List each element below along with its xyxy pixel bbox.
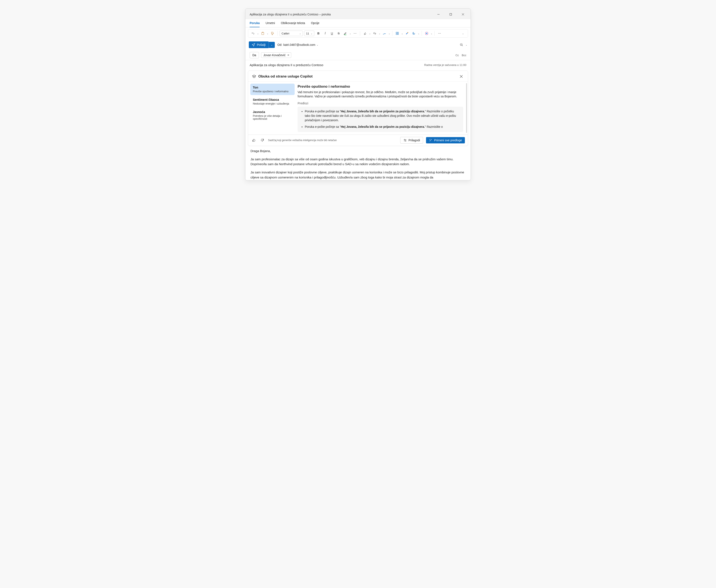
font-size-select[interactable]: 11⌄ bbox=[304, 30, 314, 36]
bcc-button[interactable]: Bcc bbox=[462, 54, 466, 57]
more-format-button[interactable]: ⋯ bbox=[352, 30, 358, 36]
copilot-sidebar: Ton Previše opušteno i neformalno Sentim… bbox=[248, 82, 297, 134]
ribbon-tabs: Poruka Umetni Oblikovanje teksta Opcije bbox=[246, 19, 470, 27]
from-selector[interactable]: Od: katri.0487@outlook.com ⌄ bbox=[277, 43, 318, 46]
svg-rect-1 bbox=[450, 14, 452, 16]
copilot-coaching-card: Obuka od strane usluge Copilot Ton Previ… bbox=[248, 70, 468, 146]
attach-chevron[interactable]: ⌄ bbox=[369, 32, 371, 35]
apply-all-button[interactable]: Primeni sve predloge bbox=[426, 137, 465, 143]
sidebar-item-sentiment[interactable]: Sentiment čitaoca Nedostaje energije i u… bbox=[250, 96, 295, 107]
recipient-chip[interactable]: Jovan Kovačević ✕ bbox=[261, 52, 291, 58]
copilot-detail-body: Vaš trenutni ton je profesionalan i poka… bbox=[298, 90, 463, 99]
underline-button[interactable]: U bbox=[329, 30, 335, 36]
svg-rect-5 bbox=[262, 32, 264, 33]
svg-rect-7 bbox=[396, 32, 397, 33]
draft-saved-label: Radna verzija je sačuvana u 11:00 bbox=[424, 63, 466, 66]
copilot-heading: Obuka od strane usluge Copilot bbox=[258, 74, 313, 79]
suggestions-box: Poruka e-pošte počinje sa "Hej Jovana, ž… bbox=[298, 107, 463, 132]
to-button[interactable]: Da bbox=[250, 52, 259, 58]
scrollbar[interactable] bbox=[466, 83, 467, 133]
ribbon-more-button[interactable]: ⋯ bbox=[437, 30, 442, 36]
email-body-editor[interactable]: Draga Bojana, Ja sam profesionalac za di… bbox=[246, 148, 470, 180]
send-split-button[interactable]: ⌄ bbox=[269, 42, 275, 48]
apps-button[interactable] bbox=[395, 30, 400, 36]
thumbs-down-button[interactable] bbox=[259, 138, 265, 143]
svg-point-13 bbox=[426, 33, 427, 34]
immersive-reader-button[interactable] bbox=[411, 30, 417, 36]
highlight-chevron[interactable]: ⌄ bbox=[349, 32, 351, 35]
window-close-button[interactable] bbox=[459, 11, 467, 18]
copilot-close-button[interactable] bbox=[459, 74, 464, 79]
signature-chevron[interactable]: ⌄ bbox=[388, 32, 390, 35]
subject-row: Aplikacija za ulogu dizajnera II u predu… bbox=[246, 60, 470, 70]
apps-chevron[interactable]: ⌄ bbox=[401, 32, 403, 35]
email-paragraph: Ja sam inovativni dizajner koji postiže … bbox=[251, 170, 465, 180]
format-painter-button[interactable] bbox=[270, 30, 275, 36]
highlight-button[interactable] bbox=[342, 30, 348, 36]
wand-icon bbox=[429, 139, 433, 142]
suggestion-item: Poruka e-pošte počinje sa "Hej Jovana, ž… bbox=[305, 125, 460, 129]
copilot-detail-heading: Previše opušteno i neformalno bbox=[298, 84, 463, 89]
zoom-chevron[interactable]: ⌄ bbox=[465, 44, 467, 46]
tab-insert[interactable]: Umetni bbox=[266, 19, 275, 27]
copilot-icon[interactable] bbox=[424, 30, 429, 36]
link-chevron[interactable]: ⌄ bbox=[379, 32, 380, 35]
svg-rect-10 bbox=[398, 34, 399, 35]
email-greeting: Draga Bojana, bbox=[251, 148, 465, 153]
undo-button[interactable] bbox=[250, 30, 256, 36]
tab-message[interactable]: Poruka bbox=[250, 19, 259, 27]
editor-button[interactable] bbox=[404, 30, 410, 36]
svg-rect-8 bbox=[398, 32, 399, 33]
send-icon bbox=[252, 43, 255, 46]
ribbon-toolbar: ⌄ ⌄ Calibri⌄ 11⌄ B I U S ⌄ ⋯ ⌄ ⌄ ⌄ ⌄ bbox=[248, 29, 468, 38]
ai-disclaimer: Sadržaj koji generiše veštačka inteligen… bbox=[268, 139, 337, 142]
titlebar: Aplikacija za ulogu dizajnera II u predu… bbox=[246, 9, 470, 19]
zoom-button[interactable] bbox=[459, 42, 464, 47]
recipient-name: Jovan Kovačević bbox=[264, 54, 286, 57]
svg-point-11 bbox=[407, 32, 408, 33]
sidebar-item-tone[interactable]: Ton Previše opušteno i neformalno bbox=[250, 84, 295, 95]
to-row: Da Jovan Kovačević ✕ Cc Bcc bbox=[246, 50, 470, 60]
svg-point-21 bbox=[404, 139, 405, 140]
svg-rect-9 bbox=[396, 34, 397, 35]
paste-button[interactable] bbox=[260, 30, 266, 36]
signature-button[interactable] bbox=[382, 30, 387, 36]
copilot-main-panel: Previše opušteno i neformalno Vaš trenut… bbox=[297, 82, 468, 134]
attach-button[interactable] bbox=[362, 30, 368, 36]
link-button[interactable] bbox=[372, 30, 377, 36]
suggestions-label: Predlozi bbox=[298, 102, 463, 105]
suggestion-item: Poruka e-pošte počinje sa "Hej Jovana, ž… bbox=[305, 109, 460, 123]
paste-chevron[interactable]: ⌄ bbox=[267, 32, 269, 35]
font-family-select[interactable]: Calibri⌄ bbox=[280, 30, 303, 36]
immersive-chevron[interactable]: ⌄ bbox=[418, 32, 419, 35]
svg-line-15 bbox=[462, 45, 463, 46]
window-maximize-button[interactable] bbox=[446, 11, 455, 18]
italic-button[interactable]: I bbox=[322, 30, 328, 36]
send-row: Pošalji ⌄ Od: katri.0487@outlook.com ⌄ ⌄ bbox=[246, 39, 470, 50]
copilot-footer: Sadržaj koji generiše veštačka inteligen… bbox=[248, 134, 468, 146]
cc-button[interactable]: Cc bbox=[455, 54, 459, 57]
sliders-icon bbox=[403, 139, 407, 142]
sidebar-item-clarity[interactable]: Jasnoća Potrebno je više detalja i speci… bbox=[250, 108, 295, 123]
remove-recipient-icon[interactable]: ✕ bbox=[287, 54, 289, 57]
svg-point-12 bbox=[413, 33, 414, 34]
window-minimize-button[interactable] bbox=[434, 11, 443, 18]
copilot-chevron[interactable]: ⌄ bbox=[431, 32, 433, 35]
svg-rect-4 bbox=[262, 32, 264, 35]
customize-button[interactable]: Prilagodi bbox=[400, 137, 423, 144]
email-paragraph: Ja sam profesionalac za dizajn sa više o… bbox=[251, 157, 465, 167]
bold-button[interactable]: B bbox=[316, 30, 321, 36]
subject-input[interactable]: Aplikacija za ulogu dizajnera II u predu… bbox=[250, 63, 323, 67]
collapse-ribbon-button[interactable]: ⌄ bbox=[460, 30, 466, 36]
compose-window: Aplikacija za ulogu dizajnera II u predu… bbox=[245, 8, 471, 181]
undo-chevron[interactable]: ⌄ bbox=[257, 32, 259, 35]
thumbs-up-button[interactable] bbox=[251, 138, 257, 143]
tab-options[interactable]: Opcije bbox=[311, 19, 319, 27]
strikethrough-button[interactable]: S bbox=[336, 30, 341, 36]
tab-format-text[interactable]: Oblikovanje teksta bbox=[281, 19, 305, 27]
send-button[interactable]: Pošalji bbox=[249, 41, 269, 48]
svg-point-23 bbox=[405, 141, 406, 141]
graduation-cap-icon bbox=[252, 74, 256, 79]
window-title: Aplikacija za ulogu dizajnera II u predu… bbox=[250, 13, 331, 16]
